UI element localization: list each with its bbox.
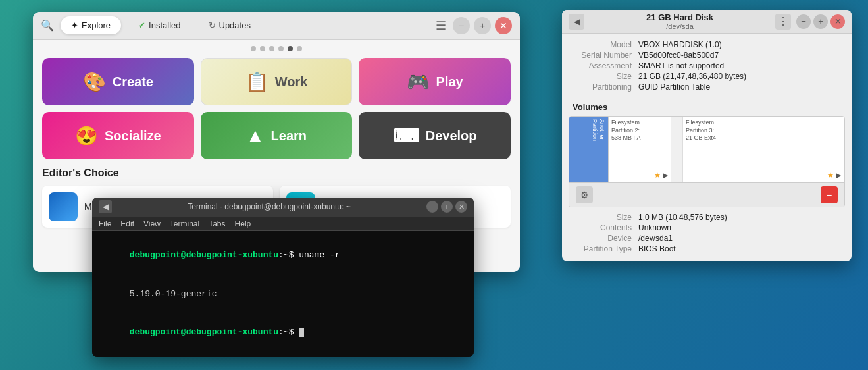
fat-actions: ★ ▶ xyxy=(654,171,668,180)
installed-tab-label: Installed xyxy=(149,20,180,30)
back-button[interactable]: ◀ xyxy=(569,14,584,30)
disk-minimize-button[interactable]: − xyxy=(796,14,811,29)
disk-volumes-area: AnotherPartition FilesystemPartition 2:5… xyxy=(569,116,845,207)
dot-2[interactable] xyxy=(260,46,265,51)
settings-tool-button[interactable]: ⚙ xyxy=(576,186,593,203)
disk-toolbar: ⚙ − xyxy=(569,182,844,207)
term-minimize-button[interactable]: − xyxy=(426,201,438,213)
work-label: Work xyxy=(275,74,308,90)
disk-utility-window: ◀ 21 GB Hard Disk /dev/sda ⋮ − + ✕ Model… xyxy=(562,10,852,261)
explore-tab-icon: ✦ xyxy=(71,20,78,30)
part-type-label: Partition Type xyxy=(573,244,638,253)
dot-1[interactable] xyxy=(251,46,256,51)
maximize-button[interactable]: + xyxy=(474,17,491,34)
ext4-label: FilesystemPartition 3:21 GB Ext4 xyxy=(683,117,844,142)
ext4-play-icon[interactable]: ▶ xyxy=(836,171,841,180)
menu-help[interactable]: Help xyxy=(235,219,251,228)
terminal-line-3: debugpoint@debugpoint-xubuntu:~$ xyxy=(99,313,467,352)
terminal-titlebar: ◀ Terminal - debugpoint@debugpoint-xubun… xyxy=(92,198,474,217)
carousel-dots xyxy=(42,40,511,58)
disk-close-button[interactable]: ✕ xyxy=(830,14,845,29)
software-titlebar: 🔍 ✦ Explore ✔ Installed ↻ Updates ☰ − + … xyxy=(33,12,520,40)
term-nav-button[interactable]: ◀ xyxy=(99,200,112,213)
updates-tab-icon: ↻ xyxy=(209,20,216,30)
cmd-2: :~$ xyxy=(278,327,299,337)
category-develop[interactable]: ⌨ Develop xyxy=(359,112,511,159)
disk-info-panel: Model VBOX HARDDISK (1.0) Serial Number … xyxy=(562,34,852,99)
terminal-line-2: 5.19.0-19-generic xyxy=(99,275,467,313)
socialize-label: Socialize xyxy=(105,128,161,144)
dot-6[interactable] xyxy=(297,46,302,51)
partitioning-label: Partitioning xyxy=(573,82,638,92)
fat-star-icon[interactable]: ★ xyxy=(654,171,661,180)
learn-label: Learn xyxy=(271,128,307,144)
tab-updates[interactable]: ↻ Updates xyxy=(198,16,261,34)
model-label: Model xyxy=(573,40,638,49)
assessment-row: Assessment SMART is not supported xyxy=(573,61,841,70)
category-work[interactable]: 📋 Work xyxy=(201,58,353,105)
terminal-win-controls: − + ✕ xyxy=(426,201,467,213)
category-socialize[interactable]: 😍 Socialize xyxy=(42,112,194,159)
menu-edit[interactable]: Edit xyxy=(120,219,134,228)
tab-installed[interactable]: ✔ Installed xyxy=(128,16,191,34)
minimize-button[interactable]: − xyxy=(453,17,470,34)
part-device-value: /dev/sda1 xyxy=(638,234,673,243)
category-grid: 🎨 Create 📋 Work 🎮 Play 😍 Socialize ▲ Lea… xyxy=(42,58,511,159)
disk-maximize-button[interactable]: + xyxy=(813,14,828,29)
menu-terminal[interactable]: Terminal xyxy=(170,219,199,228)
play-label: Play xyxy=(436,74,463,90)
partitioning-row: Partitioning GUID Partition Table xyxy=(573,82,841,92)
menu-file[interactable]: File xyxy=(99,219,111,228)
size-value: 21 GB (21,47,48,36,480 bytes) xyxy=(638,72,746,81)
installed-tab-icon: ✔ xyxy=(138,20,145,30)
volumes-title: Volumes xyxy=(562,99,852,116)
disk-titlebar: ◀ 21 GB Hard Disk /dev/sda ⋮ − + ✕ xyxy=(562,10,852,34)
menu-view[interactable]: View xyxy=(143,219,161,228)
dot-5[interactable] xyxy=(288,46,293,51)
tab-explore[interactable]: ✦ Explore xyxy=(61,16,121,34)
window-controls: − + ✕ xyxy=(453,17,512,34)
part-contents-label: Contents xyxy=(573,223,638,232)
model-value: VBOX HARDDISK (1.0) xyxy=(638,40,722,49)
term-close-button[interactable]: ✕ xyxy=(455,201,467,213)
ext4-star-icon[interactable]: ★ xyxy=(827,171,834,180)
disk-subtitle: /dev/sda xyxy=(590,22,770,30)
explore-tab-label: Explore xyxy=(82,20,111,30)
category-create[interactable]: 🎨 Create xyxy=(42,58,194,105)
hamburger-menu-button[interactable]: ☰ xyxy=(436,18,446,33)
terminal-window: ◀ Terminal - debugpoint@debugpoint-xubun… xyxy=(92,198,474,357)
part-device-label: Device xyxy=(573,234,638,243)
terminal-body[interactable]: debugpoint@debugpoint-xubuntu:~$ uname -… xyxy=(92,231,474,357)
ext4-segment[interactable]: FilesystemPartition 3:21 GB Ext4 ★ ▶ xyxy=(683,117,844,182)
boot-label: AnotherPartition xyxy=(569,117,608,141)
serial-value: VB5d00fcc0-8ab500d7 xyxy=(638,51,719,60)
category-play[interactable]: 🎮 Play xyxy=(359,58,511,105)
partition-info-panel: Size 1.0 MB (10,48,576 bytes) Contents U… xyxy=(562,207,852,261)
dot-4[interactable] xyxy=(278,46,284,51)
develop-label: Develop xyxy=(426,128,477,144)
prompt-2: debugpoint@debugpoint-xubuntu xyxy=(130,327,278,337)
part-type-row: Partition Type BIOS Boot xyxy=(573,244,841,253)
category-learn[interactable]: ▲ Learn xyxy=(201,112,353,159)
fat-segment[interactable]: FilesystemPartition 2:538 MB FAT ★ ▶ xyxy=(609,117,671,182)
fat-play-icon[interactable]: ▶ xyxy=(663,171,668,180)
unalloc-segment[interactable] xyxy=(671,117,683,182)
delete-partition-button[interactable]: − xyxy=(821,186,838,203)
term-maximize-button[interactable]: + xyxy=(441,201,453,213)
dot-3[interactable] xyxy=(269,46,274,51)
part-contents-row: Contents Unknown xyxy=(573,223,841,232)
boot-segment[interactable]: AnotherPartition xyxy=(569,117,609,182)
search-icon[interactable]: 🔍 xyxy=(41,19,54,32)
assessment-value: SMART is not supported xyxy=(638,61,724,70)
size-label: Size xyxy=(573,72,638,81)
disk-menu-button[interactable]: ⋮ xyxy=(775,14,791,30)
assessment-label: Assessment xyxy=(573,61,638,70)
menu-tabs[interactable]: Tabs xyxy=(209,219,225,228)
disk-window-controls: − + ✕ xyxy=(796,14,845,29)
part-size-value: 1.0 MB (10,48,576 bytes) xyxy=(638,213,727,222)
part-size-label: Size xyxy=(573,213,638,222)
output-1: 5.19.0-19-generic xyxy=(130,289,217,299)
socialize-icon: 😍 xyxy=(75,125,98,147)
close-button[interactable]: ✕ xyxy=(495,17,512,34)
serial-row: Serial Number VB5d00fcc0-8ab500d7 xyxy=(573,51,841,60)
